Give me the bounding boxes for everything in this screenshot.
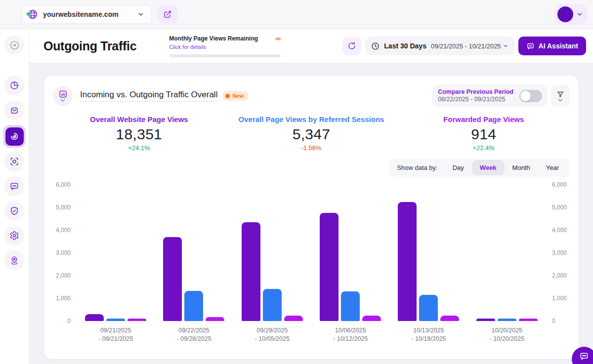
sidebar-item-locations[interactable] [4, 250, 24, 270]
compare-toggle[interactable] [519, 90, 542, 102]
y-tick-label: 1,000 [546, 294, 570, 302]
y-tick-label: 1,000 [53, 294, 77, 302]
bar-forwarded-page-views[interactable] [284, 316, 303, 321]
tab-month[interactable]: Month [505, 160, 538, 175]
sidebar-item-tracking[interactable] [4, 152, 24, 171]
external-link-icon [163, 10, 172, 19]
y-tick-label: 0 [53, 317, 77, 325]
metric-overall-page-views: Overall Website Page Views 18,351 +24.1% [53, 115, 225, 152]
y-tick-label: 6,000 [53, 181, 77, 189]
new-badge-dot [225, 94, 230, 98]
show-data-by-label: Show data by: [397, 164, 437, 171]
sidebar-item-store[interactable] [4, 100, 24, 120]
date-preset-label: Last 30 Days [384, 42, 426, 50]
bar-overall-page-views-by-referred-sessions[interactable] [341, 291, 360, 321]
open-website-button[interactable] [158, 5, 177, 24]
quota-details-link[interactable]: Click for details [169, 44, 206, 50]
metric-referred-sessions: Overall Page Views by Referred Sessions … [225, 115, 398, 152]
monthly-page-views-widget: Monthly Page Views Remaining Click for d… [169, 35, 281, 57]
compare-label: Compare Previous Period [438, 88, 513, 96]
sidebar-item-dashboard[interactable] [4, 76, 24, 95]
metric-forwarded-page-views: Forwarded Page Views 914 +22.4% [397, 115, 570, 152]
x-axis-label: 09/22/2025- 09/28/2025 [176, 326, 211, 343]
bar-chart-icon [58, 89, 68, 99]
show-data-by-control: Show data by: Day Week Month Year [389, 159, 570, 177]
chart-plot-area: 09/21/2025- 09/21/202509/22/2025- 09/28/… [77, 185, 546, 343]
bar-forwarded-page-views[interactable] [519, 319, 538, 321]
y-tick-label: 5,000 [546, 203, 570, 211]
bar-forwarded-page-views[interactable] [362, 316, 381, 322]
tab-week[interactable]: Week [472, 160, 505, 175]
bar-forwarded-page-views[interactable] [440, 316, 459, 321]
bar-overall-page-views-by-referred-sessions[interactable] [184, 291, 203, 321]
bar-group: 09/21/2025- 09/21/2025 [77, 185, 155, 343]
bar-overall-website-page-views[interactable] [476, 319, 495, 321]
bar-group: 10/06/2025- 10/12/2025 [311, 185, 389, 343]
refresh-button[interactable] [342, 37, 361, 55]
bar-overall-website-page-views[interactable] [398, 202, 417, 321]
bar-overall-page-views-by-referred-sessions[interactable] [263, 289, 282, 321]
bar-overall-website-page-views[interactable] [163, 237, 182, 321]
bar-forwarded-page-views[interactable] [127, 319, 146, 321]
bar-forwarded-page-views[interactable] [206, 317, 224, 321]
bar-overall-website-page-views[interactable] [85, 314, 104, 321]
bar-overall-page-views-by-referred-sessions[interactable] [106, 319, 125, 321]
date-range-selector[interactable]: Last 30 Days 09/21/2025 - 10/21/2025 [365, 37, 514, 55]
x-axis-label: 10/06/2025- 10/12/2025 [333, 326, 368, 343]
bar-overall-website-page-views[interactable] [320, 213, 339, 321]
chevron-down-icon [576, 11, 583, 18]
x-axis-label: 09/21/2025- 09/21/2025 [98, 326, 133, 343]
card-title: Incoming vs. Outgoing Traffic Overall [80, 90, 217, 102]
monthly-quota-label: Monthly Page Views Remaining [169, 35, 258, 42]
y-tick-label: 6,000 [546, 181, 570, 189]
y-tick-label: 4,000 [53, 226, 77, 234]
bar-overall-page-views-by-referred-sessions[interactable] [419, 295, 438, 321]
filter-button[interactable] [551, 84, 570, 107]
ai-assistant-button[interactable]: AI Assistant [518, 37, 586, 55]
shield-check-icon [9, 206, 19, 216]
tab-day[interactable]: Day [445, 160, 472, 175]
shopping-bag-icon [9, 105, 19, 115]
widget-type-selector[interactable] [53, 86, 73, 106]
y-tick-label: 3,000 [546, 249, 570, 257]
sidebar-item-security[interactable] [4, 201, 24, 221]
refresh-icon [347, 41, 356, 50]
page-header: Outgoing Traffic Monthly Page Views Rema… [29, 29, 593, 63]
sidebar-item-settings[interactable] [4, 226, 24, 245]
location-pin-icon [9, 255, 19, 265]
pie-chart-icon [9, 81, 19, 90]
y-axis-right: 01,0002,0003,0004,0005,0006,000 [546, 185, 570, 321]
chevron-down-icon [503, 43, 508, 49]
traffic-overview-card: Incoming vs. Outgoing Traffic Overall Ne… [43, 75, 579, 360]
user-menu[interactable] [555, 4, 587, 25]
clock-icon [371, 42, 380, 50]
metrics-row: Overall Website Page Views 18,351 +24.1%… [53, 115, 570, 152]
filter-funnel-icon [556, 90, 564, 98]
traffic-bar-chart: 01,0002,0003,0004,0005,0006,000 09/21/20… [53, 185, 570, 343]
ai-chat-icon [526, 42, 535, 50]
topbar: yourwebsitename.com [0, 0, 593, 29]
y-tick-label: 0 [546, 317, 570, 325]
sidebar-item-outgoing-traffic[interactable] [3, 125, 26, 148]
compare-range: 08/22/2025 - 09/21/2025 [438, 96, 513, 103]
chevron-down-icon [137, 11, 144, 18]
bar-overall-page-views-by-referred-sessions[interactable] [498, 319, 516, 321]
chat-icon [9, 181, 19, 191]
y-axis-left: 01,0002,0003,0004,0005,0006,000 [53, 185, 77, 321]
y-tick-label: 5,000 [53, 203, 77, 211]
y-tick-label: 4,000 [546, 226, 570, 234]
y-tick-label: 3,000 [53, 249, 77, 257]
scan-target-icon [9, 157, 19, 166]
website-selector[interactable]: yourwebsitename.com [22, 5, 152, 24]
bar-overall-website-page-views[interactable] [242, 222, 260, 321]
x-axis-label: 10/13/2025- 10/19/2025 [411, 326, 446, 343]
x-axis-label: 09/29/2025- 10/05/2025 [255, 326, 290, 343]
sidebar [0, 29, 29, 364]
new-badge: New [222, 91, 249, 101]
tab-year[interactable]: Year [538, 160, 567, 175]
bar-group: 10/13/2025- 10/19/2025 [389, 185, 467, 343]
sidebar-toggle-icon[interactable] [4, 35, 24, 55]
avatar [557, 6, 573, 22]
page-title: Outgoing Traffic [43, 39, 136, 53]
sidebar-item-messages[interactable] [4, 176, 24, 196]
